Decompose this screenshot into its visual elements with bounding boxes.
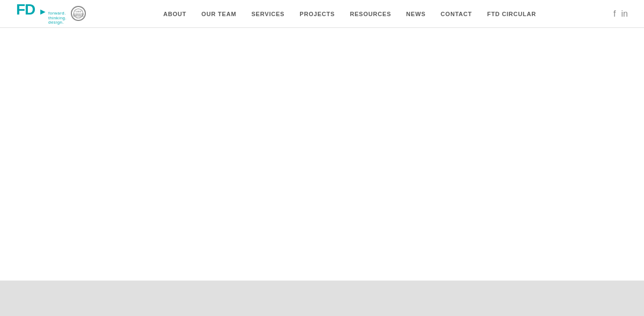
svg-text:PROFESSIONAL: PROFESSIONAL [73, 16, 84, 18]
logo-area[interactable]: FD ► forward. thinking. design. LEED ACC… [16, 2, 86, 25]
nav-item-our-team[interactable]: OUR TEAM [201, 11, 236, 17]
site-header: FD ► forward. thinking. design. LEED ACC… [0, 0, 644, 28]
logo-fd-letters: FD ► [16, 2, 47, 17]
nav-item-resources[interactable]: RESOURCES [350, 11, 391, 17]
nav-item-contact[interactable]: CONTACT [441, 11, 472, 17]
leed-badge: LEED ACCREDITED PROFESSIONAL [71, 6, 86, 21]
nav-item-services[interactable]: SERVICES [251, 11, 284, 17]
main-content [0, 28, 644, 281]
social-icons: f in [613, 9, 628, 19]
nav-item-news[interactable]: NEWS [406, 11, 426, 17]
logo-fd: FD ► forward. thinking. design. [16, 2, 67, 25]
nav-item-about[interactable]: ABOUT [163, 11, 186, 17]
nav-item-projects[interactable]: PROJECTS [299, 11, 335, 17]
linkedin-icon[interactable]: in [621, 9, 628, 19]
footer-area [0, 281, 644, 316]
logo-tagline: forward. thinking. design. [48, 11, 67, 25]
facebook-icon[interactable]: f [613, 9, 616, 19]
main-nav: ABOUT OUR TEAM SERVICES PROJECTS RESOURC… [163, 11, 536, 17]
nav-item-ftd-circular[interactable]: FTD CIRCULAR [487, 11, 536, 17]
logo-text-line3: design. [48, 20, 67, 25]
svg-text:LEED: LEED [76, 10, 82, 13]
